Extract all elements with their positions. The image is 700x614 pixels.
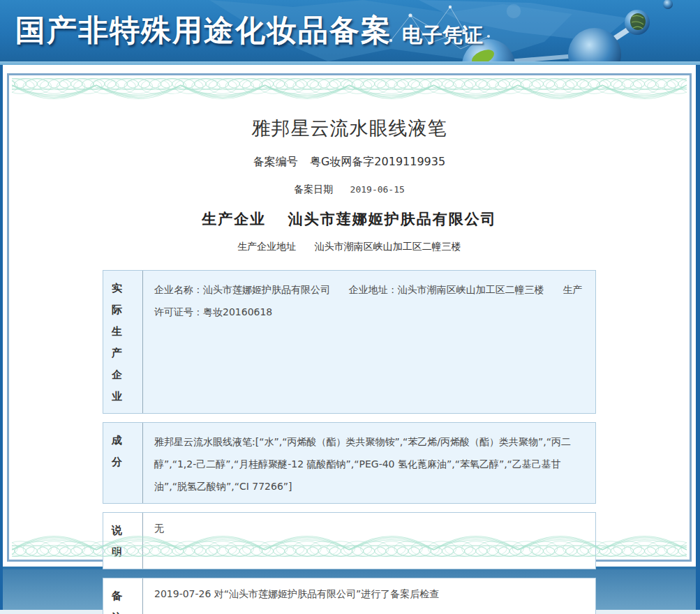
content-area: 雅邦星云流水眼线液笔 备案编号 粤G妆网备字2019119935 备案日期 20… <box>0 65 700 567</box>
producer-address-label: 生产企业地址 <box>237 241 296 252</box>
row-label: 成分 <box>103 423 142 503</box>
guilloche-border-top-icon <box>12 78 687 106</box>
detail-table: 实际生产企业 企业名称：汕头市莲娜姬护肤品有限公司 企业地址：汕头市潮南区峡山加… <box>103 270 596 614</box>
page-title-main: 国产非特殊用途化妆品备案 <box>15 10 392 51</box>
registration-number-value: 粤G妆网备字2019119935 <box>310 155 445 168</box>
producer-address-value: 汕头市潮南区峡山加工区二幢三楼 <box>315 241 461 252</box>
table-row-actual-producer: 实际生产企业 企业名称：汕头市莲娜姬护肤品有限公司 企业地址：汕头市潮南区峡山加… <box>103 270 596 414</box>
page-title: 国产非特殊用途化妆品备案 电子凭证 <box>15 0 483 61</box>
row-label: 实际生产企业 <box>103 271 142 413</box>
producer-address-line: 生产企业地址 汕头市潮南区峡山加工区二幢三楼 <box>9 241 690 253</box>
table-row-remarks: 备注 2019-07-26 对“汕头市莲娜姬护肤品有限公司”进行了备案后检查 <box>103 578 596 614</box>
registration-date-value: 2019-06-15 <box>350 184 405 195</box>
row-value: 2019-07-26 对“汕头市莲娜姬护肤品有限公司”进行了备案后检查 <box>142 578 595 614</box>
registration-number-label: 备案编号 <box>253 155 298 168</box>
row-value: 企业名称：汕头市莲娜姬护肤品有限公司 企业地址：汕头市潮南区峡山加工区二幢三楼 … <box>142 271 595 413</box>
right-edge-bar <box>696 65 700 610</box>
product-name: 雅邦星云流水眼线液笔 <box>9 116 690 141</box>
certificate-page: 雅邦星云流水眼线液笔 备案编号 粤G妆网备字2019119935 备案日期 20… <box>7 73 692 562</box>
left-edge-bar <box>0 65 3 610</box>
producer-line: 生产企业 汕头市莲娜姬护肤品有限公司 <box>9 209 690 229</box>
guilloche-border-bottom-icon <box>12 529 687 557</box>
producer-label: 生产企业 <box>202 210 266 227</box>
header-banner: 国产非特殊用途化妆品备案 电子凭证 <box>0 0 700 61</box>
table-row-ingredients: 成分 雅邦星云流水眼线液笔:[“水”,“丙烯酸（酯）类共聚物铵”,“苯乙烯/丙烯… <box>103 422 596 504</box>
registration-date-line: 备案日期 2019-06-15 <box>9 184 690 196</box>
page-title-sub: 电子凭证 <box>402 22 483 50</box>
producer-value: 汕头市莲娜姬护肤品有限公司 <box>288 210 497 227</box>
registration-date-label: 备案日期 <box>294 184 333 195</box>
row-label: 备注 <box>103 578 142 614</box>
registration-number-line: 备案编号 粤G妆网备字2019119935 <box>9 155 690 170</box>
row-value: 雅邦星云流水眼线液笔:[“水”,“丙烯酸（酯）类共聚物铵”,“苯乙烯/丙烯酸（酯… <box>142 423 595 503</box>
